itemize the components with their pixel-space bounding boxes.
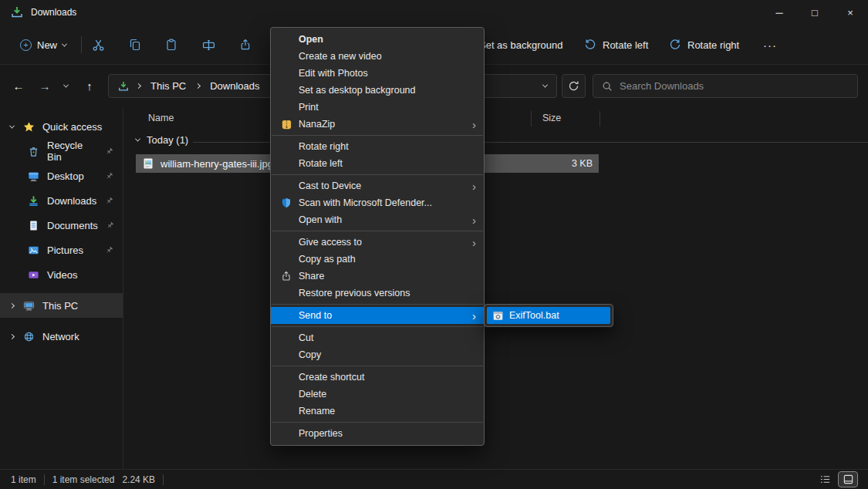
column-headers: Name Size	[124, 108, 868, 130]
view-buttons	[816, 472, 857, 487]
close-button[interactable]: ×	[833, 0, 868, 25]
menu-item-cut[interactable]: Cut	[271, 329, 484, 346]
paste-button[interactable]	[156, 32, 187, 57]
breadcrumb-downloads[interactable]: Downloads	[208, 80, 262, 92]
plus-icon: +	[20, 39, 32, 51]
set-as-background-label: Set as background	[479, 39, 562, 51]
new-button[interactable]: + New	[12, 32, 74, 57]
status-selection-size: 2.24 KB	[122, 474, 155, 485]
menu-item-copy-as-path[interactable]: Copy as path	[271, 251, 484, 268]
menu-item-send-to[interactable]: Send to	[271, 307, 484, 324]
star-icon	[23, 121, 35, 133]
chevron-right-icon	[133, 84, 144, 88]
window-controls: ─ □ ×	[762, 0, 868, 25]
forward-button[interactable]: →	[32, 74, 57, 97]
sidebar-item-label: Recycle Bin	[47, 140, 97, 163]
menu-item-cast-to-device[interactable]: Cast to Device	[271, 177, 484, 194]
clipboard-icon	[165, 39, 177, 51]
menu-item-open[interactable]: Open	[271, 31, 484, 48]
menu-item-delete[interactable]: Delete	[271, 386, 484, 403]
rotate-right-button[interactable]: Rotate right	[663, 32, 745, 57]
sidebar-item-label: Pictures	[47, 244, 83, 256]
refresh-icon	[568, 80, 579, 92]
status-divider	[44, 474, 45, 485]
submenu-item-label: ExifTool.bat	[509, 310, 559, 321]
pin-icon	[105, 197, 113, 205]
menu-item-create-a-new-video[interactable]: Create a new video	[271, 48, 484, 65]
chevron-down-icon	[135, 137, 140, 142]
menu-separator	[272, 174, 483, 175]
sidebar-item-label: Videos	[47, 269, 78, 281]
sidebar: Quick access Recycle Bin Desktop Downloa…	[0, 108, 123, 469]
share-icon	[280, 270, 292, 282]
back-button[interactable]: ←	[6, 74, 31, 97]
copy-button[interactable]	[120, 32, 150, 57]
chevron-right-icon[interactable]	[8, 304, 15, 308]
large-icons-view-button[interactable]	[839, 472, 857, 487]
send-to-submenu: ExifTool.bat	[484, 304, 613, 327]
group-header-today[interactable]: Today (1)	[136, 134, 188, 146]
share-button[interactable]	[230, 32, 261, 57]
refresh-button[interactable]	[562, 74, 586, 98]
network-icon	[23, 331, 35, 342]
see-more-button[interactable]: ···	[756, 32, 784, 57]
menu-item-properties[interactable]: Properties	[271, 425, 484, 442]
address-dropdown-chevron-icon[interactable]	[542, 83, 548, 88]
menu-item-open-with[interactable]: Open with	[271, 211, 484, 228]
sidebar-item-recycle-bin[interactable]: Recycle Bin	[0, 139, 123, 164]
minimize-button[interactable]: ─	[762, 0, 797, 25]
menu-item-nanazip[interactable]: NanaZip	[271, 116, 484, 133]
sidebar-item-label: This PC	[42, 300, 78, 312]
menu-item-rename[interactable]: Rename	[271, 403, 484, 420]
menu-separator	[272, 326, 483, 327]
window-title: Downloads	[31, 7, 76, 18]
menu-item-give-access-to[interactable]: Give access to	[271, 234, 484, 251]
menu-separator	[272, 422, 483, 423]
rename-button[interactable]	[193, 32, 224, 57]
videos-icon	[28, 269, 39, 281]
sidebar-item-documents[interactable]: Documents	[0, 213, 123, 238]
sidebar-item-downloads[interactable]: Downloads	[0, 188, 123, 213]
pin-icon	[105, 147, 113, 156]
up-button[interactable]: ↑	[77, 74, 102, 97]
chevron-down-icon[interactable]	[8, 125, 15, 129]
menu-item-scan-with-defender[interactable]: Scan with Microsoft Defender...	[271, 194, 484, 211]
recent-locations-button[interactable]	[57, 74, 74, 97]
menu-item-rotate-left[interactable]: Rotate left	[271, 155, 484, 172]
search-input[interactable]	[620, 80, 849, 92]
cut-button[interactable]	[83, 32, 113, 57]
menu-item-set-as-desktop-background[interactable]: Set as desktop background	[271, 82, 484, 99]
pin-icon	[105, 246, 113, 255]
search-box[interactable]	[593, 74, 858, 98]
titlebar: Downloads ─ □ ×	[0, 0, 868, 25]
rotate-right-label: Rotate right	[687, 39, 739, 51]
menu-item-share[interactable]: Share	[271, 268, 484, 285]
sidebar-item-network[interactable]: Network	[0, 324, 123, 349]
menu-item-create-shortcut[interactable]: Create shortcut	[271, 369, 484, 386]
details-view-button[interactable]	[816, 472, 834, 487]
sidebar-item-desktop[interactable]: Desktop	[0, 164, 123, 188]
pictures-icon	[28, 244, 39, 256]
nanazip-icon	[280, 118, 292, 130]
sidebar-item-this-pc[interactable]: This PC	[0, 293, 123, 318]
chevron-right-icon[interactable]	[8, 335, 15, 339]
sidebar-item-pictures[interactable]: Pictures	[0, 238, 123, 262]
column-divider[interactable]	[599, 111, 600, 126]
maximize-button[interactable]: □	[797, 0, 833, 25]
menu-item-copy[interactable]: Copy	[271, 346, 484, 363]
menu-item-restore-previous-versions[interactable]: Restore previous versions	[271, 285, 484, 302]
column-header-name[interactable]: Name	[148, 113, 174, 123]
submenu-item-exiftool[interactable]: ExifTool.bat	[487, 307, 610, 324]
rotate-left-button[interactable]: Rotate left	[578, 32, 654, 57]
menu-item-edit-with-photos[interactable]: Edit with Photos	[271, 65, 484, 82]
column-divider[interactable]	[531, 111, 532, 126]
menu-item-rotate-right[interactable]: Rotate right	[271, 138, 484, 155]
column-header-size[interactable]: Size	[542, 113, 561, 123]
rotate-left-label: Rotate left	[603, 39, 648, 51]
menu-item-print[interactable]: Print	[271, 99, 484, 116]
sidebar-item-videos[interactable]: Videos	[0, 262, 123, 287]
menu-separator	[272, 366, 483, 366]
menu-separator	[272, 304, 483, 305]
sidebar-item-quick-access[interactable]: Quick access	[0, 114, 123, 139]
breadcrumb-this-pc[interactable]: This PC	[148, 80, 188, 92]
